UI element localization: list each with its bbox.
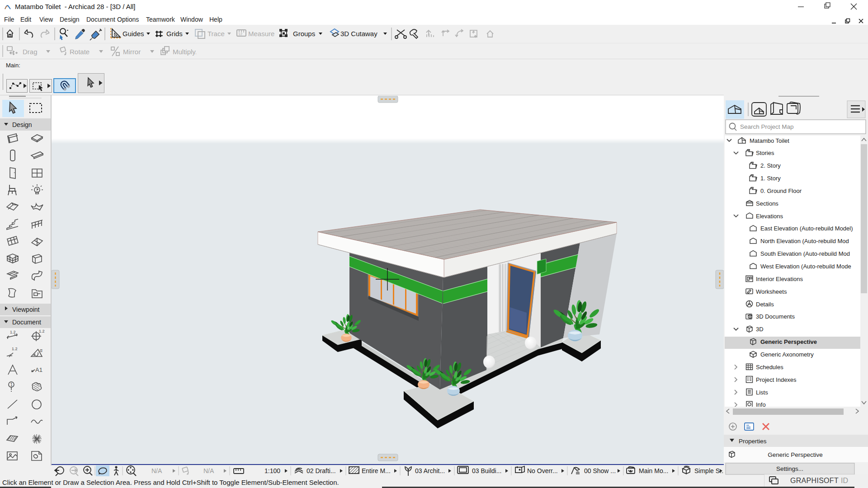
- svg-text:Lists: Lists: [756, 389, 768, 396]
- svg-text:2. Story: 2. Story: [760, 162, 781, 169]
- svg-text:Sections: Sections: [756, 200, 778, 207]
- svg-text:Stories: Stories: [756, 150, 774, 156]
- svg-text:Settings...: Settings...: [776, 465, 803, 472]
- svg-text:1.2: 1.2: [12, 347, 18, 351]
- svg-text:N/A: N/A: [151, 467, 162, 474]
- svg-text:Main Mo...: Main Mo...: [639, 467, 668, 474]
- svg-text:Viewpoint: Viewpoint: [12, 306, 40, 313]
- svg-text:Multiply...: Multiply...: [173, 48, 196, 56]
- svg-text:Elevations: Elevations: [756, 213, 783, 220]
- svg-text:A1: A1: [35, 366, 42, 373]
- svg-text:Groups: Groups: [293, 30, 315, 38]
- svg-text:Generic Axonometry: Generic Axonometry: [760, 351, 814, 358]
- svg-text:Mirror: Mirror: [123, 48, 141, 56]
- svg-text:α: α: [40, 348, 42, 353]
- svg-text:Document: Document: [12, 319, 41, 326]
- svg-text:Simple S...: Simple S...: [694, 467, 724, 474]
- svg-text:3D Documents: 3D Documents: [756, 313, 795, 320]
- svg-text:Trace: Trace: [208, 30, 225, 38]
- svg-text:Project Indexes: Project Indexes: [756, 376, 797, 383]
- svg-text:Worksheets: Worksheets: [756, 288, 787, 295]
- svg-text:12: 12: [238, 32, 242, 36]
- svg-text:Details: Details: [756, 301, 774, 308]
- svg-text:No Overr...: No Overr...: [527, 467, 558, 474]
- svg-text:East Elevation (Auto-rebuild M: East Elevation (Auto-rebuild Model): [760, 225, 853, 232]
- svg-text:1.2: 1.2: [10, 330, 16, 334]
- svg-text:3D Cutaway: 3D Cutaway: [340, 30, 377, 38]
- svg-text:North Elevation (Auto-rebuild: North Elevation (Auto-rebuild Mod: [760, 238, 849, 244]
- svg-text:West Elevation (Auto-rebuild M: West Elevation (Auto-rebuild Mode: [760, 263, 851, 270]
- svg-text:Drag: Drag: [23, 48, 38, 56]
- svg-text:1:100: 1:100: [264, 467, 280, 474]
- svg-text:Generic Perspective: Generic Perspective: [768, 451, 823, 458]
- svg-text:Schedules: Schedules: [756, 364, 783, 371]
- svg-text:Guides: Guides: [123, 30, 144, 38]
- svg-text:N/A: N/A: [203, 467, 214, 474]
- svg-text:02 Drafti...: 02 Drafti...: [307, 467, 336, 474]
- svg-text:Design: Design: [12, 121, 32, 128]
- svg-text:00 Show ...: 00 Show ...: [584, 467, 616, 474]
- svg-text:Interior Elevations: Interior Elevations: [756, 276, 803, 282]
- svg-text:0. Ground Floor: 0. Ground Floor: [760, 188, 802, 194]
- svg-text:Entire M...: Entire M...: [362, 467, 391, 474]
- svg-text:1.2: 1.2: [39, 329, 45, 333]
- svg-text:Generic Perspective: Generic Perspective: [760, 338, 817, 345]
- svg-text:1. Story: 1. Story: [760, 175, 781, 182]
- svg-text:1: 1: [10, 382, 13, 387]
- svg-text:3D: 3D: [756, 326, 764, 333]
- svg-text:Measure: Measure: [248, 30, 274, 38]
- svg-text:South Elevation (Auto-rebuild: South Elevation (Auto-rebuild Mod: [760, 250, 850, 257]
- svg-text:Grids: Grids: [166, 30, 183, 38]
- svg-text:Search Project Map: Search Project Map: [740, 123, 794, 130]
- svg-text:03 Archit...: 03 Archit...: [415, 467, 445, 474]
- svg-text:Properties: Properties: [739, 438, 767, 445]
- svg-text:Rotate: Rotate: [70, 48, 90, 56]
- svg-text:03 Buildi...: 03 Buildi...: [472, 467, 501, 474]
- svg-text:Matambo Toilet: Matambo Toilet: [750, 137, 789, 144]
